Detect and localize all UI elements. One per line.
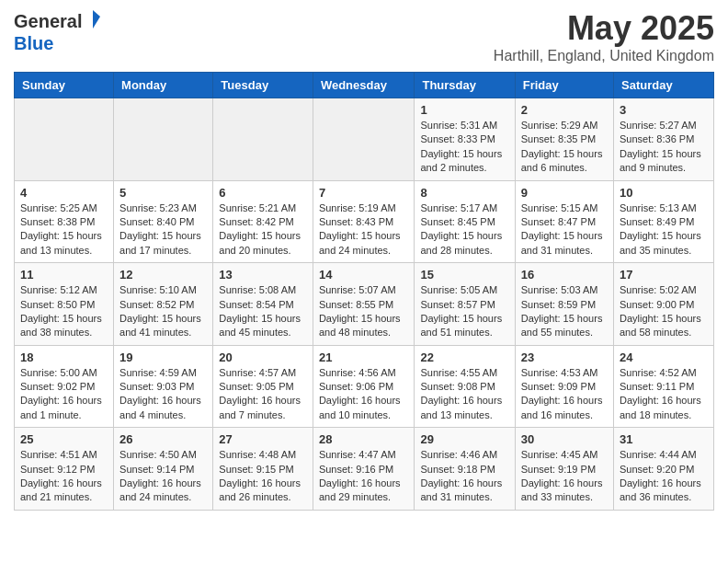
calendar-cell: 2Sunrise: 5:29 AMSunset: 8:35 PMDaylight… xyxy=(515,98,613,181)
cell-content: Sunrise: 4:46 AMSunset: 9:18 PMDaylight:… xyxy=(420,448,508,505)
cell-content: Sunrise: 4:48 AMSunset: 9:15 PMDaylight:… xyxy=(219,448,307,505)
day-number: 5 xyxy=(119,186,207,200)
cell-line: Sunrise: 4:45 AM xyxy=(521,448,608,462)
cell-line: Sunrise: 5:12 AM xyxy=(20,283,108,297)
calendar-cell: 11Sunrise: 5:12 AMSunset: 8:50 PMDayligh… xyxy=(15,263,114,346)
cell-line: and 10 minutes. xyxy=(319,408,409,422)
logo-flag-icon xyxy=(85,9,101,33)
day-number: 14 xyxy=(319,268,409,282)
calendar-cell: 29Sunrise: 4:46 AMSunset: 9:18 PMDayligh… xyxy=(415,428,515,511)
logo-general: General xyxy=(14,11,82,32)
day-number: 27 xyxy=(219,432,307,446)
day-header-wednesday: Wednesday xyxy=(313,73,415,98)
cell-line: Sunset: 9:00 PM xyxy=(620,298,708,312)
cell-line: Sunrise: 4:56 AM xyxy=(319,366,409,380)
cell-line: Sunrise: 5:29 AM xyxy=(521,119,608,132)
day-number: 31 xyxy=(620,432,708,446)
cell-line: Sunrise: 5:00 AM xyxy=(20,366,108,380)
cell-line: Sunset: 8:36 PM xyxy=(620,132,708,146)
cell-line: and 7 minutes. xyxy=(219,408,307,422)
cell-line: Sunrise: 5:13 AM xyxy=(620,201,708,215)
cell-line: Sunset: 8:47 PM xyxy=(521,215,608,229)
cell-line: Sunrise: 5:10 AM xyxy=(119,283,207,297)
month-title: May 2025 xyxy=(494,9,714,48)
cell-line: Sunset: 8:57 PM xyxy=(420,298,508,312)
cell-line: Daylight: 15 hours xyxy=(420,229,508,243)
cell-content: Sunrise: 4:56 AMSunset: 9:06 PMDaylight:… xyxy=(319,366,409,423)
cell-line: Sunrise: 5:31 AM xyxy=(420,119,508,132)
cell-line: Sunset: 9:09 PM xyxy=(521,380,608,394)
calendar-cell: 17Sunrise: 5:02 AMSunset: 9:00 PMDayligh… xyxy=(614,263,714,346)
cell-line: Sunset: 9:20 PM xyxy=(620,463,708,477)
cell-line: and 2 minutes. xyxy=(420,161,508,175)
cell-line: and 35 minutes. xyxy=(620,244,708,258)
cell-content: Sunrise: 5:12 AMSunset: 8:50 PMDaylight:… xyxy=(20,283,108,340)
cell-line: Sunrise: 4:51 AM xyxy=(20,448,108,462)
cell-line: Sunset: 8:38 PM xyxy=(20,215,108,229)
calendar-cell: 15Sunrise: 5:05 AMSunset: 8:57 PMDayligh… xyxy=(415,263,515,346)
calendar-cell: 24Sunrise: 4:52 AMSunset: 9:11 PMDayligh… xyxy=(614,345,714,428)
day-number: 28 xyxy=(319,432,409,446)
cell-line: and 51 minutes. xyxy=(420,326,508,339)
cell-content: Sunrise: 4:59 AMSunset: 9:03 PMDaylight:… xyxy=(119,366,207,423)
cell-line: Daylight: 16 hours xyxy=(319,394,409,408)
cell-line: and 13 minutes. xyxy=(20,244,108,258)
cell-line: Sunset: 9:06 PM xyxy=(319,380,409,394)
cell-content: Sunrise: 4:45 AMSunset: 9:19 PMDaylight:… xyxy=(521,448,608,505)
cell-line: Daylight: 16 hours xyxy=(620,394,708,408)
cell-line: Daylight: 16 hours xyxy=(119,394,207,408)
cell-line: Sunset: 8:40 PM xyxy=(119,215,207,229)
cell-content: Sunrise: 5:25 AMSunset: 8:38 PMDaylight:… xyxy=(20,201,108,259)
cell-line: Sunrise: 4:50 AM xyxy=(119,448,207,462)
cell-line: Sunset: 8:50 PM xyxy=(20,298,108,312)
cell-line: Sunrise: 5:05 AM xyxy=(420,283,508,297)
calendar-cell: 7Sunrise: 5:19 AMSunset: 8:43 PMDaylight… xyxy=(313,180,415,263)
cell-content: Sunrise: 4:47 AMSunset: 9:16 PMDaylight:… xyxy=(319,448,409,505)
cell-content: Sunrise: 5:15 AMSunset: 8:47 PMDaylight:… xyxy=(521,201,608,259)
cell-line: Daylight: 15 hours xyxy=(521,147,608,161)
cell-line: and 38 minutes. xyxy=(20,326,108,339)
cell-line: Daylight: 16 hours xyxy=(119,477,207,490)
cell-line: Sunset: 9:16 PM xyxy=(319,463,409,477)
calendar-cell: 16Sunrise: 5:03 AMSunset: 8:59 PMDayligh… xyxy=(515,263,613,346)
day-number: 21 xyxy=(319,350,409,364)
cell-line: Daylight: 16 hours xyxy=(521,477,608,490)
logo: General Blue xyxy=(14,9,101,54)
cell-content: Sunrise: 5:17 AMSunset: 8:45 PMDaylight:… xyxy=(420,201,508,259)
calendar-week-5: 25Sunrise: 4:51 AMSunset: 9:12 PMDayligh… xyxy=(15,428,714,511)
cell-line: Sunset: 8:55 PM xyxy=(319,298,409,312)
cell-line: Sunrise: 5:27 AM xyxy=(620,119,708,132)
cell-line: and 24 minutes. xyxy=(319,244,409,258)
day-number: 4 xyxy=(20,186,108,200)
cell-line: Sunset: 8:49 PM xyxy=(620,215,708,229)
cell-line: Sunrise: 5:15 AM xyxy=(521,201,608,215)
calendar-cell: 22Sunrise: 4:55 AMSunset: 9:08 PMDayligh… xyxy=(415,345,515,428)
cell-line: Sunset: 9:14 PM xyxy=(119,463,207,477)
cell-line: Daylight: 16 hours xyxy=(420,477,508,490)
day-header-tuesday: Tuesday xyxy=(213,73,313,98)
calendar-week-1: 1Sunrise: 5:31 AMSunset: 8:33 PMDaylight… xyxy=(15,98,714,181)
cell-line: Sunrise: 4:53 AM xyxy=(521,366,608,380)
cell-line: Daylight: 16 hours xyxy=(20,477,108,490)
header: General Blue May 2025 Harthill, England,… xyxy=(14,9,714,64)
calendar-cell: 8Sunrise: 5:17 AMSunset: 8:45 PMDaylight… xyxy=(415,180,515,263)
cell-content: Sunrise: 5:00 AMSunset: 9:02 PMDaylight:… xyxy=(20,366,108,423)
day-number: 1 xyxy=(420,103,508,117)
cell-line: Daylight: 15 hours xyxy=(620,147,708,161)
cell-content: Sunrise: 5:08 AMSunset: 8:54 PMDaylight:… xyxy=(219,283,307,340)
cell-content: Sunrise: 5:10 AMSunset: 8:52 PMDaylight:… xyxy=(119,283,207,340)
cell-content: Sunrise: 5:29 AMSunset: 8:35 PMDaylight:… xyxy=(521,119,608,176)
cell-line: and 31 minutes. xyxy=(521,244,608,258)
calendar-cell: 6Sunrise: 5:21 AMSunset: 8:42 PMDaylight… xyxy=(213,180,313,263)
calendar-cell: 10Sunrise: 5:13 AMSunset: 8:49 PMDayligh… xyxy=(614,180,714,263)
day-number: 29 xyxy=(420,432,508,446)
day-number: 26 xyxy=(119,432,207,446)
day-number: 13 xyxy=(219,268,307,282)
day-number: 6 xyxy=(219,186,307,200)
calendar-cell: 25Sunrise: 4:51 AMSunset: 9:12 PMDayligh… xyxy=(15,428,114,511)
cell-line: and 58 minutes. xyxy=(620,326,708,339)
cell-line: and 6 minutes. xyxy=(521,161,608,175)
day-number: 18 xyxy=(20,350,108,364)
calendar-header-row: SundayMondayTuesdayWednesdayThursdayFrid… xyxy=(15,73,714,98)
cell-line: Sunset: 9:05 PM xyxy=(219,380,307,394)
